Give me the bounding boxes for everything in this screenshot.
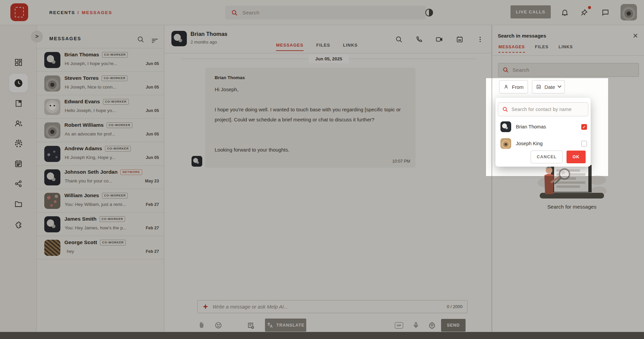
avatar [44, 75, 60, 92]
sidebar-item-recents[interactable] [9, 74, 28, 93]
breadcrumb-current: MESSAGES [82, 10, 112, 15]
chat-icon[interactable] [601, 8, 609, 16]
contact-search-input[interactable] [512, 107, 584, 112]
global-search[interactable] [225, 6, 426, 19]
bell-icon[interactable] [561, 8, 569, 16]
contact-search[interactable] [498, 102, 588, 116]
app-logo[interactable] [10, 3, 28, 21]
contact-name: Joseph King [516, 141, 543, 146]
contact-name: Edward Evans [64, 99, 100, 105]
chat-last-seen: 2 months ago [191, 40, 217, 45]
conversation-row[interactable]: William JonesCO-WORKER You: Hey William,… [37, 189, 164, 213]
translate-icon [267, 322, 273, 329]
conversation-row[interactable]: Robert WilliamsCO-WORKER As an advocate … [37, 119, 164, 142]
search-icon [231, 9, 238, 16]
date-filter-button[interactable]: Date [532, 80, 565, 94]
user-avatar[interactable] [621, 4, 637, 20]
avatar [44, 99, 60, 115]
gif-icon[interactable]: GIF [395, 322, 403, 329]
avatar [44, 193, 60, 209]
sidebar-item-notebook[interactable] [9, 94, 28, 113]
tab-messages[interactable]: MESSAGES [276, 43, 304, 51]
empty-state-caption: Search for messages [532, 204, 612, 210]
char-counter: 0 / 2000 [447, 304, 463, 309]
divider [492, 55, 644, 56]
contact-name: William Jones [64, 192, 99, 199]
translate-label: TRANSLATE [276, 323, 305, 328]
sidebar-item-connections[interactable] [9, 174, 28, 193]
conversation-row[interactable]: Steven TorresCO-WORKER Hi Joseph, Nice t… [37, 72, 164, 95]
conversation-row[interactable]: Brian ThomasCO-WORKER Hi Joseph, I hope … [37, 48, 164, 72]
message-preview: Hi Joseph King, Hope y... [65, 155, 115, 160]
tab-links[interactable]: LINKS [343, 43, 358, 51]
filter-icon[interactable] [151, 37, 159, 45]
kebab-menu-icon[interactable] [476, 36, 484, 43]
message-composer[interactable]: 0 / 2000 [197, 300, 468, 313]
translate-button[interactable]: TRANSLATE [265, 319, 306, 332]
attach-icon[interactable] [198, 322, 205, 329]
contact-checkbox[interactable] [581, 141, 587, 147]
message-paragraph: Looking forward to your thoughts. [215, 145, 408, 155]
conversation-row[interactable]: George ScottCO-WORKER hey Feb 27 [37, 236, 164, 260]
message-date: Jun 05 [146, 108, 159, 113]
sparkle-ai-icon[interactable] [202, 303, 209, 310]
message-date: Feb 27 [146, 202, 159, 207]
message-preview: Hi Joseph, Nice to conn... [65, 84, 116, 90]
app-logo-glyph [15, 7, 24, 17]
message-input[interactable] [213, 304, 443, 309]
tab-links[interactable]: LINKS [558, 45, 573, 53]
message-preview: You: Hey James, how's the p... [65, 225, 126, 230]
breadcrumb: RECENTS / MESSAGES [49, 0, 112, 25]
sidebar-item-teams[interactable] [9, 134, 28, 153]
panel-search-input[interactable] [513, 67, 635, 73]
contacts-icon [14, 119, 23, 128]
conversation-row[interactable]: James SmithCO-WORKER You: Hey James, how… [37, 213, 164, 236]
chat-contact-avatar[interactable] [171, 31, 187, 46]
breadcrumb-root[interactable]: RECENTS [49, 10, 75, 15]
contact-badge: CO-WORKER [100, 240, 126, 245]
sidebar-item-apps[interactable] [9, 215, 28, 233]
pin-icon[interactable] [580, 8, 588, 16]
avatar [44, 240, 60, 256]
left-rail [0, 25, 37, 332]
message-sender-avatar [192, 156, 202, 167]
tab-messages[interactable]: MESSAGES [498, 45, 525, 53]
panel-tabs: MESSAGES FILES LINKS [498, 45, 573, 53]
live-calls-button[interactable]: LIVE CALLS [511, 5, 551, 18]
cancel-button[interactable]: CANCEL [531, 151, 563, 163]
sidebar-item-calendar[interactable] [9, 154, 28, 173]
tab-files[interactable]: FILES [535, 45, 548, 53]
settings-icon[interactable] [428, 322, 436, 329]
phone-icon[interactable] [415, 36, 423, 43]
conversation-row[interactable]: Edward EvansCO-WORKER Hello Joseph, I ho… [37, 95, 164, 119]
conversation-list: Brian ThomasCO-WORKER Hi Joseph, I hope … [37, 48, 164, 260]
chevron-down-icon [557, 84, 561, 88]
conversation-row[interactable]: Andrew AdamsCO-WORKER Hi Joseph King, Ho… [37, 142, 164, 166]
recents-icon [14, 78, 23, 88]
mic-icon[interactable] [412, 322, 420, 329]
sidebar-item-dashboard[interactable] [9, 53, 28, 72]
theme-toggle-icon[interactable] [425, 9, 433, 16]
avatar [44, 169, 60, 185]
search-input[interactable] [243, 10, 420, 15]
search-icon[interactable] [395, 36, 403, 43]
emoji-icon[interactable] [215, 322, 222, 329]
from-filter-button[interactable]: From [499, 80, 528, 94]
send-button[interactable]: SEND [441, 319, 466, 332]
ok-button[interactable]: OK [567, 151, 586, 163]
conversation-row[interactable]: Johnson Seth JordanNETWORK Thank you for… [37, 166, 164, 189]
video-icon[interactable] [435, 36, 443, 43]
panel-search[interactable] [498, 63, 639, 77]
note-add-icon[interactable] [247, 322, 254, 329]
topbar: RECENTS / MESSAGES LIVE CALLS [0, 0, 644, 25]
expand-sidebar-button[interactable]: > [31, 31, 43, 43]
close-icon[interactable]: × [633, 31, 638, 40]
sidebar-item-files[interactable] [9, 194, 28, 213]
search-icon[interactable] [137, 36, 145, 44]
contact-checkbox[interactable] [581, 124, 587, 130]
tab-files[interactable]: FILES [316, 43, 330, 51]
contact-name: Brian Thomas [64, 52, 99, 58]
sidebar-item-contacts[interactable] [9, 114, 28, 133]
avatar [500, 121, 511, 132]
calendar-icon[interactable] [456, 36, 464, 43]
